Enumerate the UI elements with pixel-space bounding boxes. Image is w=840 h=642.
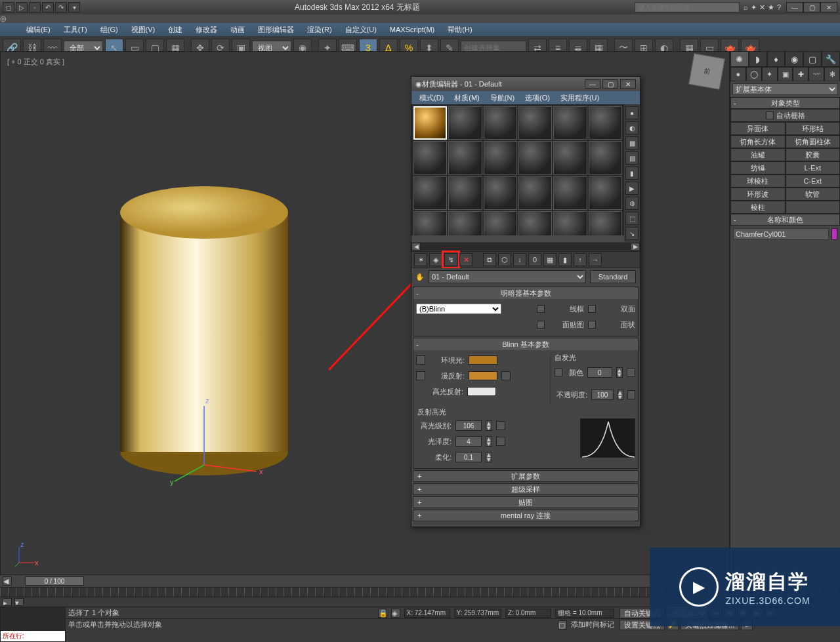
material-slot-9[interactable] [484, 141, 517, 174]
material-slot-13[interactable] [413, 176, 447, 210]
selfillum-map-button[interactable] [627, 368, 635, 377]
menu-maxscript[interactable]: MAXScript(M) [383, 24, 441, 35]
material-slot-3[interactable] [484, 106, 517, 140]
material-slot-21[interactable] [484, 211, 517, 235]
make-unique-icon[interactable]: ⬡ [498, 253, 511, 266]
geometry-subcategory[interactable]: 扩展基本体 [732, 83, 838, 95]
infocenter-search[interactable] [635, 2, 740, 12]
obj-hose[interactable]: 软管 [786, 188, 841, 201]
get-material-icon[interactable]: ✶ [414, 253, 427, 266]
obj-cext[interactable]: C-Ext [786, 174, 841, 188]
ambient-color-swatch[interactable] [469, 355, 497, 365]
spinner-arrows-icon[interactable]: ▴▾ [486, 420, 492, 431]
spec-level-spinner[interactable]: 106 [455, 420, 482, 431]
material-slot-11[interactable] [553, 141, 587, 174]
name-color-header[interactable]: -名称和颜色 [730, 214, 840, 226]
material-slot-16[interactable] [518, 176, 552, 210]
isolate-icon[interactable]: ▢ [558, 620, 567, 630]
obj-prism[interactable]: 棱柱 [730, 201, 786, 214]
time-slider[interactable]: 0 / 100 [25, 576, 84, 586]
spec-level-map-button[interactable] [496, 421, 505, 430]
material-id-icon[interactable]: 0 [528, 253, 541, 266]
opacity-map-button[interactable] [627, 390, 635, 399]
specular-color-swatch[interactable] [467, 387, 496, 396]
material-editor-titlebar[interactable]: ◉ 材质编辑器 - 01 - Default — ▢ ✕ [411, 77, 640, 91]
material-name-dropdown[interactable]: 01 - Default [429, 270, 586, 283]
supersampling-rollout[interactable]: +超级采样 [413, 483, 639, 495]
obj-chamferbox[interactable]: 切角长方体 [730, 135, 786, 148]
material-slot-20[interactable] [448, 211, 482, 235]
selfillum-spinner[interactable]: 0 [587, 367, 612, 378]
spinner-arrows-icon[interactable]: ▴▾ [486, 452, 492, 462]
blinn-rollout-header[interactable]: -Blinn 基本参数 [413, 338, 638, 350]
material-slot-18[interactable] [589, 176, 622, 210]
backlight-icon[interactable]: ◐ [625, 121, 639, 134]
obj-spindle[interactable]: 纺锤 [730, 161, 786, 174]
selection-lock-icon[interactable]: 🔒 [378, 609, 387, 618]
menu-views[interactable]: 视图(V) [125, 24, 162, 36]
put-to-scene-icon[interactable]: ◈ [429, 253, 442, 266]
favorite-icon[interactable]: ★ [768, 3, 774, 12]
minimize-button[interactable]: — [786, 2, 803, 12]
menu-help[interactable]: 帮助(H) [441, 24, 478, 36]
shader-rollout-header[interactable]: -明暗器基本参数 [413, 287, 638, 299]
obj-hedra[interactable]: 异面体 [730, 122, 786, 135]
menu-rendering[interactable]: 渲染(R) [301, 24, 338, 36]
autogrid-row[interactable]: 自动栅格 [730, 109, 840, 122]
sample-type-icon[interactable]: ● [625, 106, 639, 119]
me-maximize-button[interactable]: ▢ [602, 79, 618, 89]
facemap-checkbox[interactable] [537, 321, 545, 329]
qat-redo-icon[interactable]: ↷ [55, 2, 67, 12]
put-to-library-icon[interactable]: ↓ [513, 253, 526, 266]
spinner-arrows-icon[interactable]: ▴▾ [486, 436, 492, 447]
shader-type-dropdown[interactable]: (B)Blinn [416, 304, 501, 314]
soften-spinner[interactable]: 0.1 [455, 452, 482, 462]
obj-chamfercyl[interactable]: 切角圆柱体 [786, 135, 841, 148]
material-map-nav-icon[interactable]: ↘ [625, 227, 639, 240]
tab-hierarchy-icon[interactable]: ♦ [767, 51, 786, 67]
cat-spacewarps-icon[interactable]: 〰 [808, 67, 824, 81]
diffuse-map-button[interactable] [501, 371, 511, 380]
exchange-icon[interactable]: ✕ [759, 3, 765, 12]
time-tag-text[interactable]: 添加时间标记 [571, 620, 614, 630]
tab-create-icon[interactable]: ✺ [730, 51, 749, 67]
me-menu-utilities[interactable]: 实用程序(U) [555, 92, 604, 104]
x-coord[interactable]: X: 72.147mm [404, 609, 450, 618]
viewport-label[interactable]: [ + 0 正交 0 真实 ] [7, 57, 64, 67]
sample-uv-icon[interactable]: ▤ [625, 151, 639, 165]
qat-new-icon[interactable]: ◻ [3, 2, 14, 12]
search-icon[interactable]: ⌕ [744, 3, 748, 12]
scroll-left-icon[interactable]: ◀ [411, 243, 421, 251]
menu-group[interactable]: 组(G) [94, 24, 125, 36]
me-menu-modes[interactable]: 模式(D) [414, 92, 449, 104]
background-icon[interactable]: ▦ [625, 136, 639, 150]
y-coord[interactable]: Y: 259.737mm [454, 609, 501, 618]
assign-to-selection-icon[interactable]: ↯ [444, 253, 457, 266]
material-slot-12[interactable] [589, 141, 622, 174]
material-slot-14[interactable] [448, 176, 482, 210]
cat-systems-icon[interactable]: ✻ [824, 67, 840, 81]
extended-params-rollout[interactable]: +扩展参数 [413, 470, 639, 482]
key-icon[interactable]: ✦ [751, 3, 757, 12]
cat-lights-icon[interactable]: ✦ [762, 67, 778, 81]
material-slot-2[interactable] [448, 106, 482, 140]
spinner-arrows-icon[interactable]: ▴▾ [618, 390, 623, 400]
show-end-result-icon[interactable]: ▮ [558, 253, 572, 266]
mentalray-rollout[interactable]: +mental ray 连接 [413, 510, 639, 521]
maxscript-mini-listener[interactable]: 所在行: [0, 607, 66, 642]
qat-save-icon[interactable]: ▫ [29, 2, 41, 12]
tab-modify-icon[interactable]: ◗ [749, 51, 767, 67]
material-type-button[interactable]: Standard [590, 270, 636, 283]
qat-undo-icon[interactable]: ↶ [42, 2, 54, 12]
menu-customize[interactable]: 自定义(U) [339, 24, 383, 36]
video-color-icon[interactable]: ▮ [625, 167, 639, 180]
tab-motion-icon[interactable]: ◉ [785, 51, 803, 67]
options-icon[interactable]: ⚙ [625, 197, 639, 210]
me-menu-material[interactable]: 材质(M) [449, 92, 485, 104]
app-menu-button[interactable]: ◎ [0, 14, 840, 23]
pick-from-object-icon[interactable]: ✋ [415, 273, 425, 281]
menu-create[interactable]: 创建 [161, 24, 189, 36]
material-slot-24[interactable] [589, 211, 622, 235]
timeslider-left-icon[interactable]: ◀ [3, 576, 12, 586]
make-copy-icon[interactable]: ⧉ [483, 253, 496, 266]
